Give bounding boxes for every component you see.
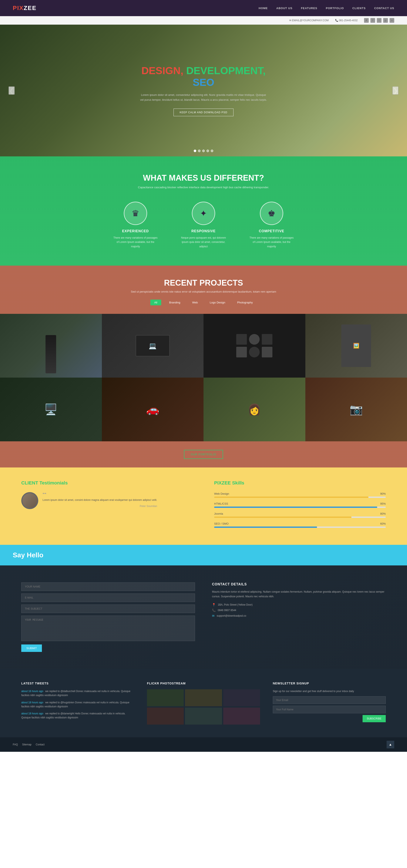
portfolio-item-4[interactable]: 🖼️ bbox=[306, 314, 407, 378]
newsletter-subscribe-button[interactable]: SUBSCRIBE bbox=[362, 715, 386, 722]
portfolio-item-5[interactable]: 🖥️ bbox=[0, 378, 102, 441]
rss-icon[interactable]: v bbox=[389, 18, 394, 23]
twitter-icon[interactable]: ✗ bbox=[364, 18, 369, 23]
flickr-4[interactable] bbox=[147, 708, 184, 724]
address-text: 1BA, Polo Street (Yellow Door) bbox=[218, 603, 253, 606]
hero-next-button[interactable]: ❯ bbox=[392, 87, 399, 95]
flickr-2[interactable] bbox=[185, 689, 222, 706]
testimonial-quote-text: Lorem ipsum dolor sit amet, consint dolo… bbox=[42, 498, 157, 502]
skill-header-1: Web Design 90% bbox=[214, 492, 386, 495]
nav-contact[interactable]: CONTACT US bbox=[374, 7, 394, 10]
feature-icon-wrap-1: ♛ bbox=[124, 202, 147, 225]
portfolio-item-8[interactable]: 📷 bbox=[306, 378, 407, 441]
submit-button[interactable]: SUBMIT bbox=[21, 645, 42, 652]
tweet-item-3: about 18 hours ago we replied to @danwri… bbox=[21, 712, 134, 720]
portfolio-item-3[interactable] bbox=[204, 314, 306, 378]
skill-bar-fill-1 bbox=[214, 497, 369, 498]
hero-cta-button[interactable]: KEEP CALM AND DOWNLOAD PSD bbox=[174, 108, 234, 116]
skill-bar-fill-3 bbox=[214, 517, 351, 518]
feature-experienced: ♛ EXPERIENCED There are many variations … bbox=[112, 202, 159, 249]
contact-email: ✉ support@downloadpsd.co bbox=[212, 614, 386, 618]
avatar-face bbox=[22, 493, 37, 508]
contact-details-text: Mauris interdum tortor et eleifend adipi… bbox=[212, 590, 386, 599]
name-input[interactable] bbox=[21, 582, 195, 591]
contact-phone-text: 0846 9907 8544 bbox=[218, 609, 236, 612]
pinterest-icon[interactable]: p bbox=[383, 18, 388, 23]
filter-photography[interactable]: Photography bbox=[233, 300, 257, 305]
logo[interactable]: PIXZEE bbox=[13, 5, 36, 11]
footer-faq[interactable]: FAQ bbox=[13, 743, 18, 746]
flickr-grid bbox=[147, 689, 260, 724]
filter-logo[interactable]: Logo Design bbox=[206, 300, 229, 305]
contact-email-text: support@downloadpsd.co bbox=[217, 614, 246, 617]
portfolio-figure-6: 🚗 bbox=[102, 378, 204, 441]
hero-dot-1[interactable] bbox=[194, 150, 196, 152]
quote-marks: ❝❝ bbox=[42, 492, 157, 496]
portfolio-item-6[interactable]: 🚗 bbox=[102, 378, 204, 441]
nav-home[interactable]: HOME bbox=[259, 7, 268, 10]
nav-portfolio[interactable]: PORTFOLIO bbox=[326, 7, 344, 10]
hero-dot-2[interactable] bbox=[198, 150, 201, 152]
filter-web[interactable]: Web bbox=[188, 300, 202, 305]
skill-name-3: Joomla bbox=[214, 512, 223, 515]
say-prefix: Say bbox=[13, 551, 27, 559]
newsletter-name-input[interactable] bbox=[273, 706, 386, 713]
subject-input[interactable] bbox=[21, 604, 195, 613]
nav-clients[interactable]: CLIENTS bbox=[352, 7, 366, 10]
tweets-title: LATEST TWEETS bbox=[21, 682, 134, 685]
twitter-bird-icon[interactable]: t bbox=[377, 18, 381, 23]
message-input[interactable] bbox=[21, 616, 195, 641]
filter-branding[interactable]: Branding bbox=[166, 300, 184, 305]
skill-bar-bg-2 bbox=[214, 506, 386, 508]
portfolio-cta-button[interactable]: OUR PORTFOLIO bbox=[184, 450, 223, 459]
portfolio-item-7[interactable]: 👩 bbox=[204, 378, 306, 441]
flickr-3[interactable] bbox=[223, 689, 260, 706]
portfolio-item-2[interactable]: 💻 bbox=[102, 314, 204, 378]
portfolio-item-1[interactable] bbox=[0, 314, 102, 378]
testimonials-left: CLIENT Testimonials ❝❝ Lorem ipsum dolor… bbox=[21, 480, 193, 532]
contact-details-title: CONTACT DETAILS bbox=[212, 582, 386, 586]
flickr-1[interactable] bbox=[147, 689, 184, 706]
contact-address: 📍 1BA, Polo Street (Yellow Door) bbox=[212, 603, 386, 607]
feature-competitive: ♚ COMPETITIVE There are many variations … bbox=[248, 202, 295, 249]
nav-features[interactable]: FEATURES bbox=[301, 7, 317, 10]
testimonials-section: CLIENT Testimonials ❝❝ Lorem ipsum dolor… bbox=[0, 467, 407, 545]
hero-dot-5[interactable] bbox=[211, 150, 213, 152]
footer-links: FAQ Sitemap Contact bbox=[13, 743, 45, 746]
skill-bar-bg-3 bbox=[214, 517, 386, 518]
footer-contact[interactable]: Contact bbox=[36, 743, 45, 746]
testimonial-content: ❝❝ Lorem ipsum dolor sit amet, consint d… bbox=[21, 492, 193, 509]
flickr-5[interactable] bbox=[185, 708, 222, 724]
newsletter-email-input[interactable] bbox=[273, 696, 386, 704]
phone-icon: 📞 bbox=[335, 19, 338, 22]
feature-desc-2: Neque porro quisquam est, qui dolorem ip… bbox=[180, 236, 227, 249]
projects-subtitle: Sed ut perspiciatis unde omnis iste natu… bbox=[13, 290, 394, 293]
different-subtitle: Capacitance cascading blocker reflective… bbox=[13, 186, 394, 189]
hero-prev-button[interactable]: ❮ bbox=[8, 87, 15, 95]
tweet-item-2: about 18 hours ago we replied to @hugobr… bbox=[21, 701, 134, 709]
filter-all[interactable]: All bbox=[150, 300, 161, 305]
say-hello-bar: Say Hello bbox=[0, 545, 407, 565]
skills-label-text: Skills bbox=[232, 480, 244, 486]
contact-details: CONTACT DETAILS Mauris interdum tortor e… bbox=[212, 582, 386, 652]
skill-header-2: HTML/CSS 95% bbox=[214, 502, 386, 505]
flickr-6[interactable] bbox=[223, 708, 260, 724]
portfolio-figure-8: 📷 bbox=[306, 378, 407, 441]
footer-widgets: LATEST TWEETS about 16 hours ago we repl… bbox=[0, 669, 407, 737]
hero-dot-3[interactable] bbox=[202, 150, 205, 152]
scroll-to-top-button[interactable]: ▲ bbox=[386, 741, 394, 748]
projects-section: RECENT PROJECTS Sed ut perspiciatis unde… bbox=[0, 266, 407, 314]
facebook-icon[interactable]: f bbox=[371, 18, 375, 23]
tweet-time-3: about 18 hours ago bbox=[21, 712, 43, 715]
nav-about[interactable]: ABOUT US bbox=[276, 7, 292, 10]
tweets-widget: LATEST TWEETS about 16 hours ago we repl… bbox=[21, 682, 134, 724]
hero-title-seo: SEO bbox=[193, 77, 214, 88]
hero-dot-4[interactable] bbox=[206, 150, 209, 152]
footer-bottom: FAQ Sitemap Contact ▲ bbox=[0, 737, 407, 752]
email-input[interactable] bbox=[21, 593, 195, 602]
skill-bar-fill-2 bbox=[214, 506, 377, 508]
footer-sitemap[interactable]: Sitemap bbox=[22, 743, 31, 746]
header: PIXZEE HOME ABOUT US FEATURES PORTFOLIO … bbox=[0, 0, 407, 25]
skill-bar-fill-4 bbox=[214, 527, 317, 528]
flickr-widget: FLICKR PHOTOSTREAM bbox=[147, 682, 260, 724]
